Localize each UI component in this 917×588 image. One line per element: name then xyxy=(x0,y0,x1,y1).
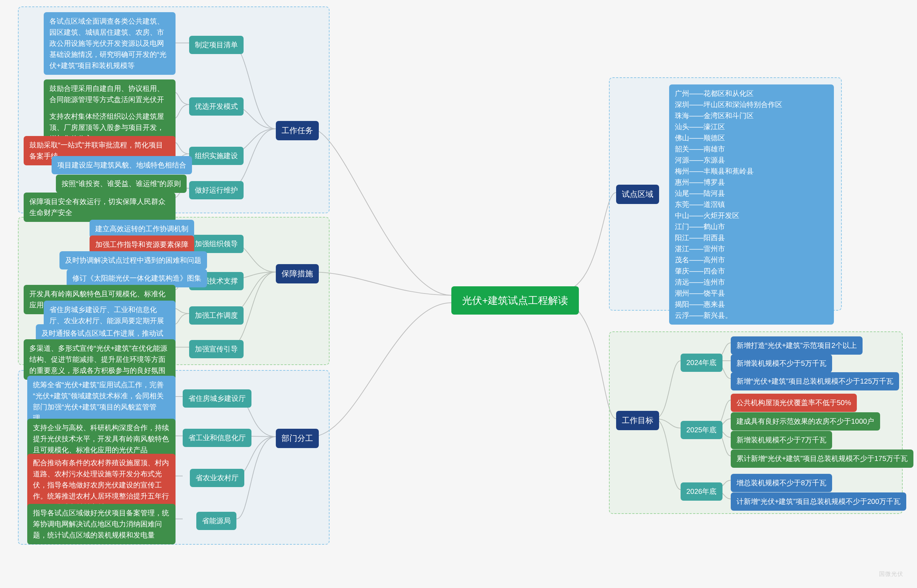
goals-leaf: 新增打造“光伏+建筑”示范项目2个以上 xyxy=(731,336,863,355)
branch-goals: 工作目标 xyxy=(616,411,659,430)
watermark: 国微光伏 xyxy=(879,570,903,578)
tasks-leaf: 按照“谁投资、谁受益、谁运维”的原则 xyxy=(56,174,186,193)
goals-leaf: 计新增“光伏+建筑”项目总装机规模不少于200万千瓦 xyxy=(731,493,906,511)
dept-sub-1: 省工业和信息化厅 xyxy=(183,429,251,447)
goals-sub-1: 2025年底 xyxy=(680,421,723,439)
dept-sub-0: 省住房城乡建设厅 xyxy=(183,389,251,408)
goals-leaf: 增总装机规模不少于8万千瓦 xyxy=(731,474,832,492)
goals-sub-0: 2024年底 xyxy=(680,354,723,372)
safe-sub-0: 加强组织领导 xyxy=(189,235,244,253)
dept-sub-3: 省能源局 xyxy=(196,512,237,530)
safe-leaf: 多渠道、多形式宣传“光伏+建筑”在优化能源结构、促进节能减排、提升居住环境等方面… xyxy=(24,339,175,380)
tasks-leaf: 项目建设应与建筑风貌、地域特色相结合 xyxy=(52,156,192,174)
safe-sub-2: 加强工作调度 xyxy=(189,306,244,325)
goals-sub-2: 2026年底 xyxy=(680,482,723,501)
goals-leaf: 累计新增“光伏+建筑”项目总装机规模不少于175万千瓦 xyxy=(731,449,914,468)
tasks-sub-3: 做好运行维护 xyxy=(189,181,244,199)
tasks-leaf: 保障项目安全有效运行，切实保障人民群众生命财产安全 xyxy=(24,192,175,222)
goals-leaf: 新增装机规模不少于5万千瓦 xyxy=(731,354,832,373)
center-node: 光伏+建筑试点工程解读 xyxy=(451,286,579,315)
safe-sub-3: 加强宣传引导 xyxy=(189,340,244,358)
branch-regions: 试点区域 xyxy=(616,185,659,204)
regions-list: 广州——花都区和从化区 深圳——坪山区和深汕特别合作区 珠海——金湾区和斗门区 … xyxy=(669,84,834,325)
branch-tasks: 工作任务 xyxy=(276,121,319,140)
dept-leaf: 支持企业与高校、科研机构深度合作，持续提升光伏技术水平，开发具有岭南风貌特色且可… xyxy=(27,419,175,459)
goals-leaf: 公共机构屋顶光伏覆盖率不低于50% xyxy=(731,394,857,412)
goals-leaf: 建成具有良好示范效果的农房不少于1000户 xyxy=(731,412,880,431)
tasks-sub-2: 组织实施建设 xyxy=(189,147,244,165)
dept-sub-2: 省农业农村厅 xyxy=(190,469,244,487)
tasks-sub-1: 优选开发模式 xyxy=(189,97,244,116)
tasks-sub-0: 制定项目清单 xyxy=(189,36,244,54)
branch-departments: 部门分工 xyxy=(276,429,319,448)
goals-leaf: 新增装机规模不少于7万千瓦 xyxy=(731,431,832,449)
dept-leaf: 指导各试点区域做好光伏项目备案管理，统筹协调电网解决试点地区电力消纳困难问题，统… xyxy=(27,504,175,544)
tasks-leaf: 各试点区域全面调查各类公共建筑、园区建筑、城镇居住建筑、农房、市政公用设施等光伏… xyxy=(44,12,175,75)
branch-safeguards: 保障措施 xyxy=(276,264,319,283)
safe-leaf: 及时协调解决试点过程中遇到的困难和问题 xyxy=(60,251,207,270)
goals-leaf: 新增“光伏+建筑”项目总装机规模不少于125万千瓦 xyxy=(731,372,899,391)
